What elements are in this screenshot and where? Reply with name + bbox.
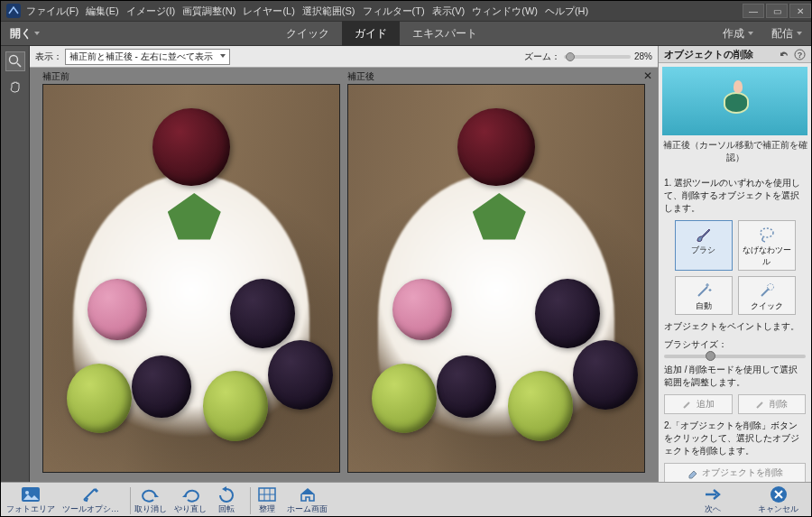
brush-size-slider[interactable] bbox=[664, 355, 806, 358]
tool-auto-label: 自動 bbox=[696, 301, 712, 310]
app-logo bbox=[6, 4, 21, 18]
svg-point-8 bbox=[25, 491, 29, 494]
add-button[interactable]: 追加 bbox=[664, 394, 733, 414]
separator bbox=[130, 487, 131, 514]
add-label: 追加 bbox=[697, 398, 715, 411]
brush-size-knob[interactable] bbox=[706, 351, 715, 361]
home-button[interactable]: ホーム画面 bbox=[287, 485, 328, 515]
next-label: 次へ bbox=[705, 503, 721, 515]
preview-thumb[interactable] bbox=[662, 67, 807, 135]
tool-options-button[interactable]: ツールオプシ… bbox=[62, 485, 119, 515]
tool-quick[interactable]: クイック bbox=[738, 276, 796, 315]
window-controls: — ▭ ✕ bbox=[741, 4, 811, 18]
open-menu[interactable]: 開く bbox=[1, 21, 49, 46]
svg-point-5 bbox=[761, 228, 773, 237]
cancel-label: キャンセル bbox=[758, 503, 798, 515]
close-button[interactable]: ✕ bbox=[789, 4, 811, 18]
view-mode-select[interactable]: 補正前と補正後 - 左右に並べて表示 bbox=[65, 49, 230, 65]
option-bar: 表示： 補正前と補正後 - 左右に並べて表示 ズーム： 28% bbox=[30, 46, 658, 68]
svg-rect-0 bbox=[6, 4, 21, 18]
chevron-down-icon bbox=[797, 32, 802, 35]
next-button[interactable]: 次へ bbox=[700, 485, 725, 515]
tool-brush[interactable]: ブラシ bbox=[675, 220, 733, 271]
svg-text:?: ? bbox=[798, 51, 803, 60]
zoom-slider-knob[interactable] bbox=[566, 52, 575, 61]
photo-bin-button[interactable]: フォトエリア bbox=[6, 485, 55, 515]
hand-tool[interactable] bbox=[5, 77, 25, 97]
menu-help[interactable]: ヘルプ(H) bbox=[545, 5, 588, 18]
tool-brush-label: ブラシ bbox=[691, 245, 715, 254]
tool-auto[interactable]: 自動 bbox=[675, 276, 733, 315]
after-image-box: 補正後 bbox=[347, 84, 645, 473]
redo-label: やり直し bbox=[174, 503, 207, 515]
brush-plus-icon bbox=[682, 399, 693, 410]
organizer-button[interactable]: 整理 bbox=[254, 485, 280, 515]
tab-guided[interactable]: ガイド bbox=[342, 21, 400, 46]
undo-label: 取り消し bbox=[134, 503, 167, 515]
tool-lasso[interactable]: なげなわツール bbox=[738, 220, 796, 271]
zoom-slider[interactable] bbox=[564, 55, 631, 59]
before-image-box: 補正前 bbox=[42, 84, 340, 473]
menu-window[interactable]: ウィンドウ(W) bbox=[472, 5, 538, 18]
menu-layer[interactable]: レイヤー(L) bbox=[243, 5, 294, 18]
cancel-button[interactable]: キャンセル bbox=[758, 485, 798, 515]
paint-text: オブジェクトをペイントします。 bbox=[664, 320, 806, 333]
photo-bin-icon bbox=[21, 486, 41, 503]
menu-file[interactable]: ファイル(F) bbox=[26, 5, 78, 18]
menu-enhance[interactable]: 画質調整(N) bbox=[182, 5, 235, 18]
close-icon[interactable]: ✕ bbox=[643, 69, 652, 82]
menu-image[interactable]: イメージ(I) bbox=[126, 5, 175, 18]
cancel-icon bbox=[770, 485, 788, 503]
redo-arrow-icon bbox=[180, 486, 200, 503]
main-area: 表示： 補正前と補正後 - 左右に並べて表示 ズーム： 28% ✕ 補正前 bbox=[1, 46, 811, 482]
remove-button[interactable]: 削除 bbox=[738, 394, 807, 414]
menu-select[interactable]: 選択範囲(S) bbox=[302, 5, 355, 18]
help-icon[interactable]: ? bbox=[794, 49, 806, 60]
maximize-button[interactable]: ▭ bbox=[766, 4, 788, 18]
lasso-icon bbox=[757, 225, 777, 245]
svg-line-2 bbox=[17, 63, 21, 67]
after-image[interactable] bbox=[347, 84, 645, 473]
undo-button[interactable]: 取り消し bbox=[134, 485, 167, 515]
bottom-bar: フォトエリア ツールオプシ… 取り消し やり直し 回転 整理 ホーム画面 次へ … bbox=[1, 482, 811, 517]
menu-view[interactable]: 表示(V) bbox=[432, 5, 466, 18]
menu-filter[interactable]: フィルター(T) bbox=[363, 5, 425, 18]
quick-select-icon bbox=[757, 281, 777, 300]
remove-object-button[interactable]: オブジェクトを削除 bbox=[664, 463, 806, 482]
zoom-tool[interactable] bbox=[5, 51, 25, 71]
wand-icon bbox=[694, 281, 714, 300]
mode-bar: 開く クイック ガイド エキスパート 作成 配信 bbox=[1, 21, 811, 46]
eraser-icon bbox=[687, 467, 698, 479]
rotate-button[interactable]: 回転 bbox=[214, 485, 239, 515]
create-menu[interactable]: 作成 bbox=[714, 26, 762, 42]
view-label: 表示： bbox=[35, 51, 62, 63]
before-image[interactable] bbox=[42, 84, 340, 473]
create-label: 作成 bbox=[723, 26, 744, 42]
after-label: 補正後 bbox=[347, 70, 374, 83]
organizer-label: 整理 bbox=[259, 503, 275, 515]
chevron-down-icon bbox=[748, 32, 753, 35]
arrow-right-icon bbox=[703, 486, 723, 503]
canvas: ✕ 補正前 bbox=[30, 68, 658, 482]
remove-label: 削除 bbox=[770, 398, 788, 411]
hand-icon bbox=[8, 79, 23, 94]
tab-quick[interactable]: クイック bbox=[273, 21, 342, 46]
undo-icon[interactable] bbox=[779, 49, 790, 60]
redo-button[interactable]: やり直し bbox=[174, 485, 207, 515]
zoom-icon bbox=[8, 54, 23, 69]
panel-title: オブジェクトの削除 bbox=[664, 48, 753, 61]
guided-panel: オブジェクトの削除 ? 補正後（カーソル移動で補正前を確認） 1. 選択ツールの… bbox=[658, 46, 811, 482]
share-menu[interactable]: 配信 bbox=[762, 26, 811, 42]
menu-edit[interactable]: 編集(E) bbox=[86, 5, 119, 18]
add-remove-text: 追加 / 削除モードを使用して選択範囲を調整します。 bbox=[664, 364, 806, 389]
home-icon bbox=[298, 486, 318, 503]
tool-column bbox=[1, 46, 30, 482]
tab-expert[interactable]: エキスパート bbox=[400, 21, 490, 46]
rotate-label: 回転 bbox=[218, 503, 235, 515]
organizer-icon bbox=[257, 486, 277, 503]
minimize-button[interactable]: — bbox=[743, 4, 764, 18]
chevron-down-icon bbox=[34, 32, 40, 35]
brush-size-label: ブラシサイズ： bbox=[664, 339, 727, 349]
brush-icon bbox=[694, 225, 714, 245]
zoom-value: 28% bbox=[634, 51, 652, 61]
